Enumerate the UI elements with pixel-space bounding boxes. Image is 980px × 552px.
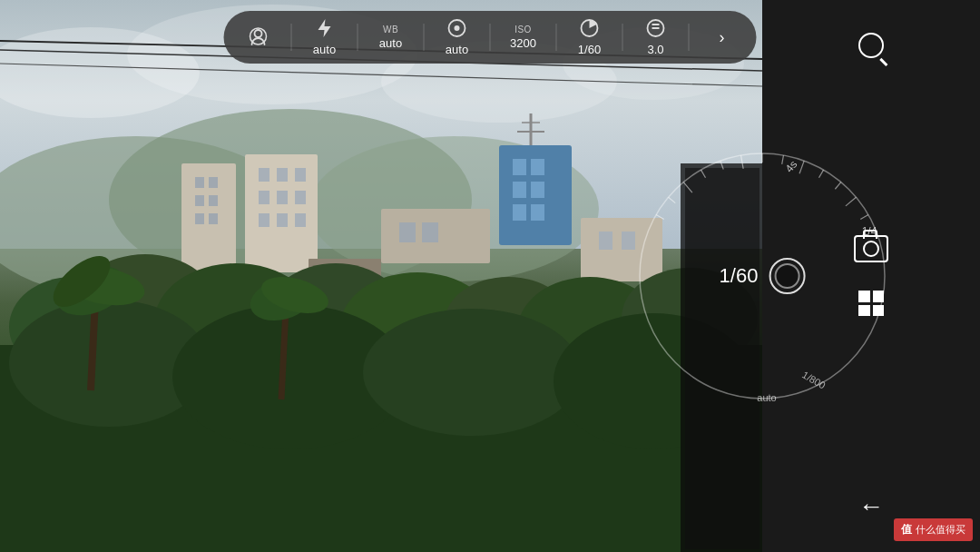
svg-rect-38 xyxy=(599,232,612,250)
svg-rect-8 xyxy=(195,177,204,188)
shutter-control[interactable]: 1/60 xyxy=(573,18,606,56)
wb-value: auto xyxy=(379,36,402,50)
svg-text:1/4: 1/4 xyxy=(862,225,877,238)
svg-line-76 xyxy=(683,182,692,192)
shutter-current-value: 1/60 xyxy=(720,264,759,288)
svg-rect-27 xyxy=(513,182,526,198)
svg-point-55 xyxy=(363,309,581,436)
svg-line-88 xyxy=(656,215,664,220)
wb-label: WB xyxy=(383,25,398,34)
svg-line-61 xyxy=(281,309,286,399)
divider-3 xyxy=(424,24,425,51)
svg-rect-26 xyxy=(531,159,544,175)
iso-value: 3200 xyxy=(510,36,536,50)
svg-text:auto: auto xyxy=(757,392,776,403)
svg-rect-13 xyxy=(209,213,218,224)
svg-rect-9 xyxy=(209,177,218,188)
svg-rect-15 xyxy=(259,168,270,182)
wb-control[interactable]: WB auto xyxy=(375,25,407,50)
svg-rect-19 xyxy=(277,191,288,204)
svg-line-81 xyxy=(782,155,784,164)
collapse-button[interactable]: › xyxy=(706,28,739,47)
iso-control[interactable]: ISO 3200 xyxy=(507,25,540,50)
svg-rect-10 xyxy=(195,195,204,206)
iso-label: ISO xyxy=(514,25,532,34)
flash-value: auto xyxy=(313,43,336,56)
shutter-icon xyxy=(580,18,600,41)
back-icon: ← xyxy=(858,492,884,521)
svg-line-86 xyxy=(860,215,868,220)
watermark-icon: 值 xyxy=(901,522,912,537)
metering-icon xyxy=(447,18,467,41)
svg-text:4s: 4s xyxy=(782,158,799,175)
svg-rect-29 xyxy=(513,204,526,221)
shutter-value: 1/60 xyxy=(578,43,601,56)
svg-rect-23 xyxy=(295,213,306,227)
ev-control[interactable]: 3.0 xyxy=(640,18,672,56)
divider-7 xyxy=(689,24,690,51)
svg-rect-35 xyxy=(399,222,416,242)
svg-marker-68 xyxy=(318,19,331,37)
svg-line-87 xyxy=(669,197,676,202)
chevron-right-icon: › xyxy=(720,28,725,47)
svg-rect-11 xyxy=(209,195,218,206)
ev-icon xyxy=(646,18,666,41)
svg-rect-12 xyxy=(195,213,204,224)
svg-line-77 xyxy=(701,170,706,178)
svg-rect-18 xyxy=(259,191,270,204)
svg-rect-39 xyxy=(622,232,635,250)
flash-icon xyxy=(317,18,333,41)
svg-point-70 xyxy=(455,25,460,31)
divider-1 xyxy=(291,24,292,51)
divider-2 xyxy=(358,24,358,51)
svg-rect-30 xyxy=(531,204,544,221)
svg-point-66 xyxy=(255,30,262,37)
svg-line-82 xyxy=(799,161,804,173)
search-button[interactable] xyxy=(844,18,898,73)
svg-rect-28 xyxy=(531,182,544,198)
shutter-ring-button[interactable] xyxy=(769,258,805,294)
svg-line-79 xyxy=(741,155,744,169)
divider-5 xyxy=(556,24,557,51)
top-bar: auto WB auto auto ISO 3200 1/60 xyxy=(224,11,757,64)
svg-line-78 xyxy=(720,161,723,169)
divider-4 xyxy=(490,24,491,51)
svg-line-83 xyxy=(819,170,824,178)
svg-rect-20 xyxy=(295,191,306,204)
divider-6 xyxy=(622,24,623,51)
svg-rect-21 xyxy=(259,213,270,227)
svg-line-84 xyxy=(835,182,840,190)
ev-value: 3.0 xyxy=(647,43,663,56)
watermark-text: 什么值得买 xyxy=(916,523,965,537)
shutter-dial[interactable]: 4s 1/4 1/800 auto 1/60 xyxy=(635,149,889,403)
back-button[interactable]: ← xyxy=(844,479,898,534)
watermark-badge: 值 什么值得买 xyxy=(894,518,973,541)
flash-control[interactable]: auto xyxy=(309,18,341,56)
svg-rect-25 xyxy=(513,159,526,175)
shutter-ring-inner xyxy=(774,263,799,289)
scene-mode-control[interactable] xyxy=(242,26,275,49)
svg-rect-17 xyxy=(295,168,306,182)
search-icon xyxy=(858,33,884,58)
svg-line-85 xyxy=(846,197,856,206)
svg-rect-16 xyxy=(277,168,288,182)
svg-rect-22 xyxy=(277,213,288,227)
metering-control[interactable]: auto xyxy=(441,18,474,56)
scene-mode-icon xyxy=(249,26,269,49)
svg-rect-36 xyxy=(422,222,438,242)
metering-value: auto xyxy=(446,43,468,56)
